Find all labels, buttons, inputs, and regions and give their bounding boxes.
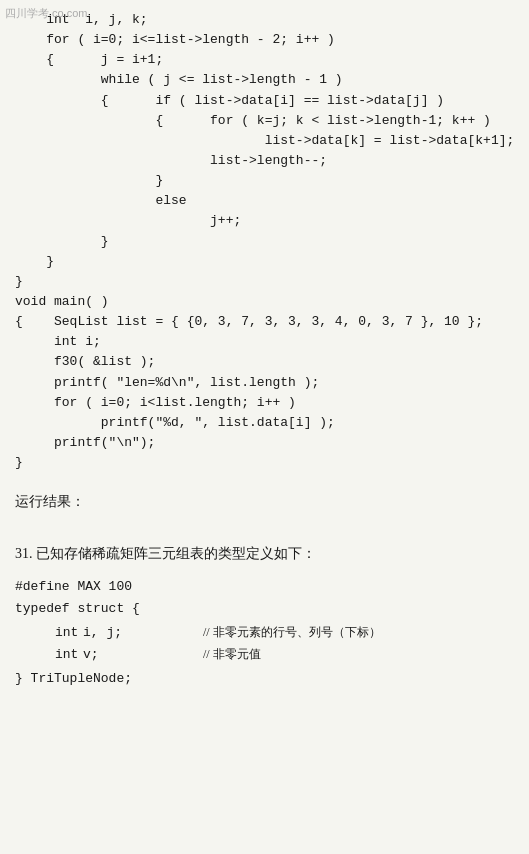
field-type-1: int <box>55 645 83 665</box>
code-line-20: for ( i=0; i<list.length; i++ ) <box>15 393 514 413</box>
code-line-6: { for ( k=j; k < list->length-1; k++ ) <box>15 111 514 131</box>
field-vars-0: i, j; <box>83 623 203 643</box>
field-indent-1 <box>15 645 55 665</box>
problem-text: 已知存储稀疏矩阵三元组表的类型定义如下： <box>36 546 316 561</box>
code-line-2: for ( i=0; i<=list->length - 2; i++ ) <box>15 30 514 50</box>
struct-field-1: int v; // 非零元值 <box>15 645 514 665</box>
define-line: #define MAX 100 <box>15 577 514 597</box>
code-line-21: printf("%d, ", list.data[i] ); <box>15 413 514 433</box>
code-block-top: int i, j, k; for ( i=0; i<=list->length … <box>15 10 514 473</box>
code-line-12: } <box>15 232 514 252</box>
struct-field-0: int i, j; // 非零元素的行号、列号（下标） <box>15 623 514 643</box>
code-line-18: f30( &list ); <box>15 352 514 372</box>
problem-header: 31. 已知存储稀疏矩阵三元组表的类型定义如下： <box>15 543 514 565</box>
struct-end-line: } TriTupleNode; <box>15 669 514 689</box>
code-line-4: while ( j <= list->length - 1 ) <box>15 70 514 90</box>
code-line-9: } <box>15 171 514 191</box>
result-label: 运行结果： <box>15 491 514 513</box>
code-line-23: } <box>15 453 514 473</box>
field-indent-0 <box>15 623 55 643</box>
code-line-10: else <box>15 191 514 211</box>
code-line-17: int i; <box>15 332 514 352</box>
code-line-15: void main( ) <box>15 292 514 312</box>
code-line-3: { j = i+1; <box>15 50 514 70</box>
code-line-16: { SeqList list = { {0, 3, 7, 3, 3, 3, 4,… <box>15 312 514 332</box>
code-line-19: printf( "len=%d\n", list.length ); <box>15 373 514 393</box>
code-line-5: { if ( list->data[i] == list->data[j] ) <box>15 91 514 111</box>
code-line-8: list->length--; <box>15 151 514 171</box>
problem-31-section: 31. 已知存储稀疏矩阵三元组表的类型定义如下： #define MAX 100… <box>15 543 514 689</box>
problem-number: 31. <box>15 546 33 561</box>
field-vars-1: v; <box>83 645 203 665</box>
typedef-line: typedef struct { <box>15 599 514 619</box>
code-line-22: printf("\n"); <box>15 433 514 453</box>
code-line-14: } <box>15 272 514 292</box>
field-type-0: int <box>55 623 83 643</box>
code-line-1: int i, j, k; <box>15 10 514 30</box>
code-line-11: j++; <box>15 211 514 231</box>
watermark: 四川学考 co.com <box>5 5 88 22</box>
code-line-7: list->data[k] = list->data[k+1]; <box>15 131 514 151</box>
struct-block: int i, j; // 非零元素的行号、列号（下标） int v; // 非零… <box>15 623 514 665</box>
code-line-13: } <box>15 252 514 272</box>
field-comment-1: // 非零元值 <box>203 645 261 665</box>
field-comment-0: // 非零元素的行号、列号（下标） <box>203 623 381 643</box>
